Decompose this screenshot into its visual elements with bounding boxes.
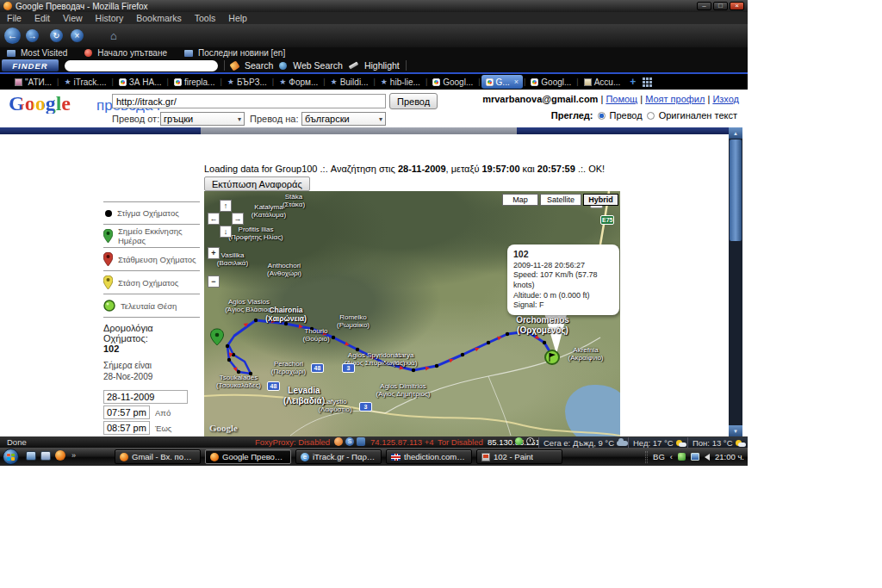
task-gmail[interactable]: Gmail - Вх. поща (9... [115, 449, 201, 464]
print-report-button[interactable]: Εκτύπωση Αναφοράς [204, 176, 310, 191]
time-from-input[interactable] [103, 405, 150, 419]
last-position-marker[interactable] [545, 350, 559, 364]
sun-cloud-icon [736, 440, 746, 447]
extension-icon[interactable] [357, 437, 365, 446]
profile-link[interactable]: Моят профил [645, 94, 705, 104]
ip-list[interactable]: 74.125.87.113 +4 [370, 437, 434, 447]
finder-web-search-button[interactable]: Web Search [293, 60, 343, 71]
flashlight-icon [229, 60, 240, 71]
radio-translation[interactable] [598, 112, 606, 120]
home-button[interactable]: ⌂ [110, 29, 117, 42]
bubble-altitude: Altitude: 0 m (0.000 ft) [513, 291, 613, 301]
task-google-translate[interactable]: Google Преводач - ... [205, 449, 291, 464]
maximize-button[interactable]: □ [713, 2, 728, 10]
map-type-satellite-button[interactable]: Satellite [540, 194, 581, 206]
view-label: Преглед: [551, 110, 593, 121]
finder-highlight-button[interactable]: Highlight [364, 60, 400, 71]
to-language-select[interactable]: български▾ [301, 112, 386, 126]
menu-file[interactable]: File [7, 13, 22, 23]
zoom-out-button[interactable]: − [208, 275, 220, 288]
tab-accu[interactable]: Accu... [580, 75, 625, 89]
bookmark-posledni-novini[interactable]: Последни новини [en] [198, 48, 285, 58]
star-icon: ★ [279, 77, 286, 86]
from-language-select[interactable]: гръцки▾ [160, 112, 245, 126]
start-button[interactable] [3, 449, 19, 465]
clock-time[interactable]: 21:00 ч. [715, 452, 744, 461]
menu-view[interactable]: View [63, 13, 83, 23]
forward-button[interactable]: → [26, 29, 39, 42]
mail-icon[interactable] [40, 451, 51, 461]
zoom-in-button[interactable]: + [208, 247, 220, 259]
reload-button[interactable]: ↻ [50, 29, 63, 42]
tab-barz[interactable]: ★БЪРЗ... [223, 75, 271, 89]
pan-down-button[interactable]: ↓ [220, 226, 232, 238]
signout-link[interactable]: Изход [712, 94, 739, 104]
tab-form[interactable]: ★Форм... [275, 75, 322, 89]
view-translation-label: Превод [610, 110, 643, 121]
help-link[interactable]: Помощ [606, 94, 637, 104]
firefox-launcher-icon[interactable] [55, 450, 65, 461]
stop-button[interactable]: × [71, 29, 84, 42]
back-button[interactable]: ← [4, 28, 21, 44]
menu-edit[interactable]: Edit [34, 13, 50, 23]
tor-status[interactable]: Tor Disabled [438, 437, 483, 447]
pan-right-button[interactable]: → [232, 213, 244, 225]
finder-search-button[interactable]: Search [245, 60, 273, 71]
google-logo: Google [9, 93, 71, 114]
road-shield: 3 [359, 402, 372, 412]
minimize-button[interactable]: – [697, 2, 711, 10]
task-paint[interactable]: 102 - Paint [476, 449, 562, 464]
map-canvas[interactable]: Katalyma(Κατάλυμα) Stâka(Στάκα) Profitis… [204, 191, 620, 436]
scrapbook-icon[interactable]: S [345, 437, 354, 446]
volume-tray-icon[interactable] [705, 454, 710, 461]
antivirus-tray-icon[interactable] [678, 453, 686, 461]
scroll-down-arrow[interactable]: ▼ [729, 425, 742, 436]
chevron-down-icon: ▾ [379, 115, 382, 123]
date-input[interactable] [103, 390, 188, 404]
tray-chevron-icon[interactable]: ‹ [670, 452, 673, 461]
tab-google-2[interactable]: Googl... [526, 75, 575, 89]
vertical-scrollbar[interactable]: ▲ ▼ [729, 127, 742, 436]
map-type-hybrid-button[interactable]: Hybrid [583, 194, 618, 206]
uk-flag-icon [391, 454, 401, 461]
loading-status-line: Loading data for Group100 .:. Αναζήτηση … [204, 164, 605, 174]
overflow-chevron-icon[interactable]: » [71, 451, 76, 460]
menu-tools[interactable]: Tools [195, 13, 216, 23]
foxyproxy-status[interactable]: FoxyProxy: Disabled [255, 437, 330, 447]
bookmark-most-visited[interactable]: Most Visited [21, 48, 67, 58]
close-button[interactable]: × [730, 2, 744, 10]
tab-google-translate-active[interactable]: G...× [481, 75, 523, 89]
menu-bookmarks[interactable]: Bookmarks [136, 13, 182, 23]
tab-za-na[interactable]: ЗА НА... [115, 75, 166, 89]
task-itrack[interactable]: eiTrack.gr - Παρακολ... [295, 449, 382, 464]
tab-google-1[interactable]: Googl... [428, 75, 477, 89]
translate-url-input[interactable] [112, 94, 386, 108]
map-type-map-button[interactable]: Map [502, 194, 538, 206]
scrollbar-thumb[interactable] [730, 139, 742, 241]
bookmark-nachalo[interactable]: Начало упътване [97, 48, 167, 58]
pan-up-button[interactable]: ↑ [220, 200, 232, 212]
menu-history[interactable]: History [96, 13, 124, 23]
time-to-input[interactable] [103, 421, 150, 435]
radio-original[interactable] [647, 112, 655, 120]
tab-bar: "АТИ...| ★iTrack....| ЗА НА...| firepla.… [0, 72, 748, 90]
task-thediction[interactable]: thediction.com - SA... [386, 449, 472, 464]
tab-itrack[interactable]: ★iTrack.... [59, 75, 110, 89]
tab-hib-lie[interactable]: ★hib-lie... [376, 75, 425, 89]
tab-close-icon[interactable]: × [514, 77, 519, 86]
show-desktop-icon[interactable] [26, 451, 36, 461]
menu-help[interactable]: Help [228, 13, 247, 23]
tab-firepla[interactable]: firepla... [170, 75, 220, 89]
new-tab-button[interactable]: + [630, 76, 636, 88]
star-icon: ★ [331, 77, 338, 86]
pan-left-button[interactable]: ← [208, 213, 220, 225]
language-indicator[interactable]: BG [653, 452, 665, 461]
finder-search-input[interactable] [65, 60, 218, 71]
translate-button[interactable]: Превод [389, 93, 438, 109]
network-tray-icon[interactable] [691, 453, 699, 461]
all-tabs-icon[interactable] [643, 77, 652, 87]
tab-buildi[interactable]: ★Buildi... [326, 75, 373, 89]
tab-ati[interactable]: "АТИ... [10, 75, 56, 89]
scroll-up-arrow[interactable]: ▲ [729, 127, 742, 139]
foxyproxy-icon[interactable] [334, 437, 343, 446]
